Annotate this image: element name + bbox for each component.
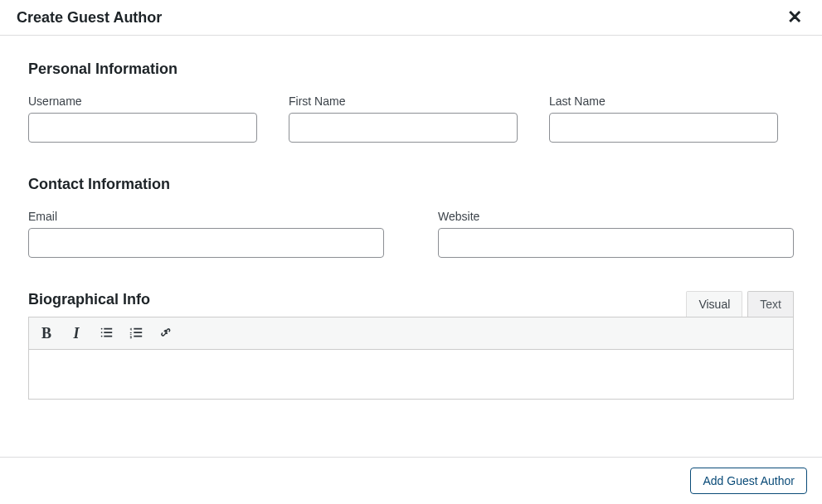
modal-body-wrapper: Personal Information Username First Name… (0, 36, 822, 457)
first-name-group: First Name (289, 94, 518, 143)
bold-icon: B (41, 325, 51, 342)
email-input[interactable] (28, 228, 384, 258)
numbered-list-button[interactable] (127, 324, 145, 342)
last-name-group: Last Name (549, 94, 778, 143)
bio-section: Biographical Info Visual Text B I (28, 291, 794, 400)
add-guest-author-button[interactable]: Add Guest Author (690, 468, 807, 494)
tab-text[interactable]: Text (747, 291, 794, 317)
website-label: Website (438, 210, 794, 223)
contact-info-row: Email Website (28, 210, 794, 258)
modal-header: Create Guest Author ✕ (0, 0, 822, 36)
editor-tabs: Visual Text (686, 291, 794, 317)
modal-body[interactable]: Personal Information Username First Name… (0, 36, 822, 457)
link-button[interactable] (157, 324, 175, 342)
bold-button[interactable]: B (37, 324, 56, 342)
editor-toolbar: B I (28, 317, 794, 350)
tab-visual[interactable]: Visual (686, 291, 742, 317)
bullet-list-icon (99, 326, 114, 341)
first-name-label: First Name (289, 94, 518, 108)
close-icon: ✕ (787, 7, 802, 27)
close-button[interactable]: ✕ (784, 8, 805, 27)
personal-info-row: Username First Name Last Name (28, 94, 794, 143)
numbered-list-icon (129, 326, 143, 341)
email-label: Email (28, 210, 384, 223)
first-name-input[interactable] (289, 113, 518, 143)
editor-content[interactable] (28, 350, 794, 400)
email-group: Email (28, 210, 384, 258)
modal-footer: Add Guest Author (0, 457, 822, 504)
last-name-input[interactable] (549, 113, 778, 143)
username-label: Username (28, 94, 257, 108)
bio-header: Biographical Info Visual Text (28, 291, 794, 317)
contact-info-heading: Contact Information (28, 176, 794, 193)
link-icon (158, 326, 173, 341)
website-input[interactable] (438, 228, 794, 258)
bullet-list-button[interactable] (97, 324, 115, 342)
website-group: Website (438, 210, 794, 258)
last-name-label: Last Name (549, 94, 778, 108)
username-group: Username (28, 94, 257, 143)
spacer (28, 408, 794, 457)
personal-info-heading: Personal Information (28, 61, 794, 78)
italic-icon: I (73, 325, 79, 342)
username-input[interactable] (28, 113, 257, 143)
bio-heading: Biographical Info (28, 291, 150, 308)
modal-title: Create Guest Author (17, 9, 162, 27)
italic-button[interactable]: I (67, 324, 85, 342)
